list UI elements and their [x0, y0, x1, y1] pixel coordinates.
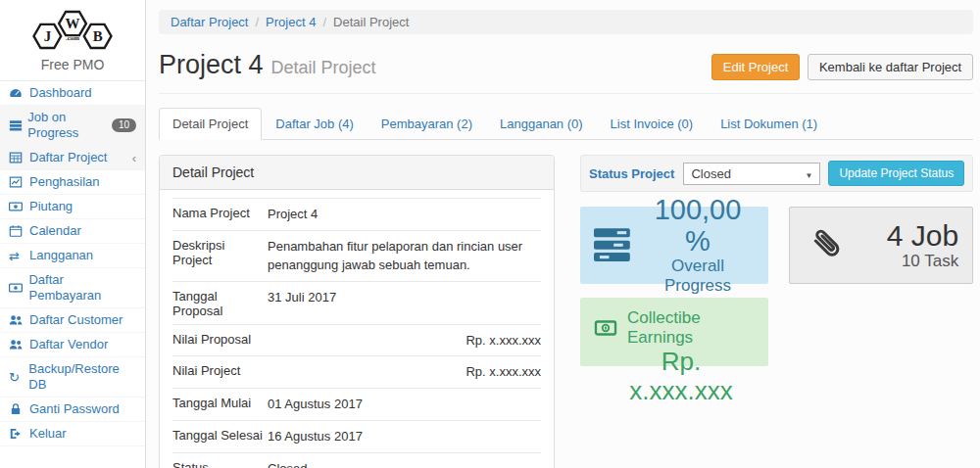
page-subtitle: Detail Project [271, 58, 376, 77]
jobs-box: 4 Job 10 Task [789, 207, 973, 284]
tab-bar: Detail ProjectDaftar Job (4)Pembayaran (… [159, 108, 973, 140]
main-content: Daftar Project/Project 4/Detail Project … [146, 0, 980, 468]
earnings-value: Rp. x.xxx.xxx [593, 348, 756, 406]
detail-row-tanggal-proposal: Tanggal Proposal31 Juli 2017 [172, 281, 541, 324]
sidebar-item-label: Penghasilan [29, 174, 100, 190]
detail-value: 01 Agustus 2017 [268, 396, 541, 414]
right-column: Status Project Closed ▼ Update Project S… [580, 155, 973, 468]
tab-langganan-0[interactable]: Langganan (0) [486, 108, 597, 140]
back-to-project-list-button[interactable]: Kembali ke daftar Project [808, 54, 973, 80]
table-icon [9, 151, 26, 164]
sidebar-item-label: Daftar Vendor [29, 337, 108, 352]
tab-detail-project[interactable]: Detail Project [159, 108, 262, 140]
sidebar-item-label: Dashboard [29, 85, 92, 101]
breadcrumb-item-detail-project: Detail Project [333, 15, 409, 29]
calendar-icon [9, 224, 26, 238]
status-select-value: Closed [691, 166, 730, 181]
detail-value: Rp. x.xxx.xxx [268, 332, 541, 351]
sidebar-item-label: Daftar Customer [29, 312, 122, 328]
detail-row-nilai-proposal: Nilai ProposalRp. x.xxx.xxx [172, 324, 541, 356]
count-badge: 10 [112, 118, 136, 132]
detail-label: Status [172, 460, 268, 468]
update-project-status-button[interactable]: Update Project Status [828, 161, 964, 186]
sidebar-item-job-on-progress[interactable]: Job on Progress10 [0, 106, 145, 146]
sidebar-item-piutang[interactable]: Piutang [0, 195, 145, 219]
page-header: Project 4Detail Project Edit Project Kem… [159, 46, 973, 94]
sidebar-item-langganan[interactable]: ⇄Langganan [0, 244, 145, 268]
progress-value: 100,00 % [641, 195, 755, 257]
page-titles: Project 4Detail Project [159, 50, 376, 80]
edit-project-button[interactable]: Edit Project [711, 54, 800, 80]
refresh-icon: ↻ [9, 371, 25, 384]
detail-row-nama-project: Nama ProjectProject 4 [172, 198, 541, 230]
jwb-logo: J W B .com [26, 8, 119, 52]
sidebar-item-daftar-vendor[interactable]: Daftar Vendor [0, 333, 145, 357]
sidebar-item-label: Calendar [29, 223, 81, 239]
tab-list-dokumen-1[interactable]: List Dokumen (1) [707, 108, 831, 140]
sidebar-item-penghasilan[interactable]: Penghasilan [0, 170, 145, 195]
detail-value: 31 Juli 2017 [268, 289, 541, 318]
detail-row-tanggal-selesai: Tanggal Selesai16 Agustus 2017 [172, 420, 541, 452]
sidebar-item-calendar[interactable]: Calendar [0, 219, 145, 244]
tab-daftar-job-4[interactable]: Daftar Job (4) [262, 108, 367, 140]
detail-value: 16 Agustus 2017 [268, 428, 541, 446]
sidebar-item-dashboard[interactable]: Dashboard [0, 81, 145, 106]
header-buttons: Edit Project Kembali ke daftar Project [711, 54, 973, 80]
sidebar-item-label: Piutang [29, 199, 73, 214]
sidebar-item-label: Daftar Pembayaran [28, 272, 136, 304]
breadcrumb-item-project-4[interactable]: Project 4 [266, 15, 316, 29]
detail-label: Tanggal Selesai [172, 428, 268, 446]
line-chart-icon [9, 175, 26, 189]
breadcrumb-item-daftar-project[interactable]: Daftar Project [171, 15, 248, 29]
status-project-bar: Status Project Closed ▼ Update Project S… [580, 155, 973, 192]
logo-letter-b: B [93, 28, 103, 44]
tasks-icon [594, 228, 631, 262]
status-select[interactable]: Closed ▼ [683, 163, 820, 185]
sidebar-item-daftar-project[interactable]: Daftar Project‹ [0, 146, 145, 170]
detail-row-status: StatusClosed [172, 452, 541, 468]
detail-label: Nilai Project [172, 363, 268, 382]
jobs-count: 4 Job [857, 219, 958, 252]
sidebar-item-ganti-password[interactable]: Ganti Password [0, 398, 145, 422]
sidebar-item-keluar[interactable]: Keluar [0, 422, 145, 446]
retweet-icon: ⇄ [9, 250, 26, 262]
breadcrumb: Daftar Project/Project 4/Detail Project [159, 10, 973, 34]
breadcrumb-separator: / [322, 15, 326, 29]
sign-out-icon [9, 427, 26, 441]
detail-panel-title: Detail Project [160, 156, 554, 190]
detail-value: Closed [268, 460, 541, 468]
overall-progress-box: 100,00 % Overall Progress [580, 207, 768, 284]
detail-table: Nama ProjectProject 4Deskripsi ProjectPe… [160, 190, 554, 468]
lock-icon [9, 402, 26, 416]
users-icon [9, 313, 26, 327]
sidebar-item-label: Daftar Project [29, 150, 107, 165]
brand-name: Free PMO [6, 57, 139, 72]
sidebar-item-backup-restore-db[interactable]: ↻Backup/Restore DB [0, 357, 145, 398]
money-icon [9, 281, 25, 295]
brand: J W B .com Free PMO [0, 0, 145, 81]
earnings-label: Collectibe Earnings [627, 308, 756, 348]
detail-row-deskripsi-project: Deskripsi ProjectPenambahan fitur pelapo… [172, 230, 541, 281]
tab-list-invoice-0[interactable]: List Invoice (0) [597, 108, 708, 140]
sidebar: J W B .com Free PMO DashboardJob on Prog… [0, 0, 146, 468]
detail-row-nilai-project: Nilai ProjectRp. x.xxx.xxx [172, 355, 541, 388]
sidebar-item-label: Backup/Restore DB [28, 361, 136, 393]
dashboard-icon [9, 86, 26, 100]
detail-project-panel: Detail Project Nama ProjectProject 4Desk… [159, 155, 555, 468]
app: J W B .com Free PMO DashboardJob on Prog… [0, 0, 980, 468]
status-project-label: Status Project [589, 166, 674, 181]
logo-letter-j: J [44, 28, 52, 44]
paperclip-icon [808, 226, 847, 265]
tab-pembayaran-2[interactable]: Pembayaran (2) [368, 108, 486, 140]
detail-label: Tanggal Proposal [172, 289, 268, 318]
sidebar-item-daftar-customer[interactable]: Daftar Customer [0, 308, 145, 333]
users-icon [9, 338, 26, 351]
money-icon [9, 200, 26, 213]
content-columns: Detail Project Nama ProjectProject 4Desk… [159, 155, 973, 468]
page-title: Project 4 [159, 50, 264, 79]
sidebar-item-daftar-pembayaran[interactable]: Daftar Pembayaran [0, 268, 145, 308]
detail-label: Tanggal Mulai [172, 396, 268, 414]
collectible-earnings-box: Collectibe Earnings Rp. x.xxx.xxx [580, 298, 768, 366]
sidebar-item-label: Ganti Password [29, 401, 120, 417]
chevron-left-icon: ‹ [132, 152, 136, 164]
